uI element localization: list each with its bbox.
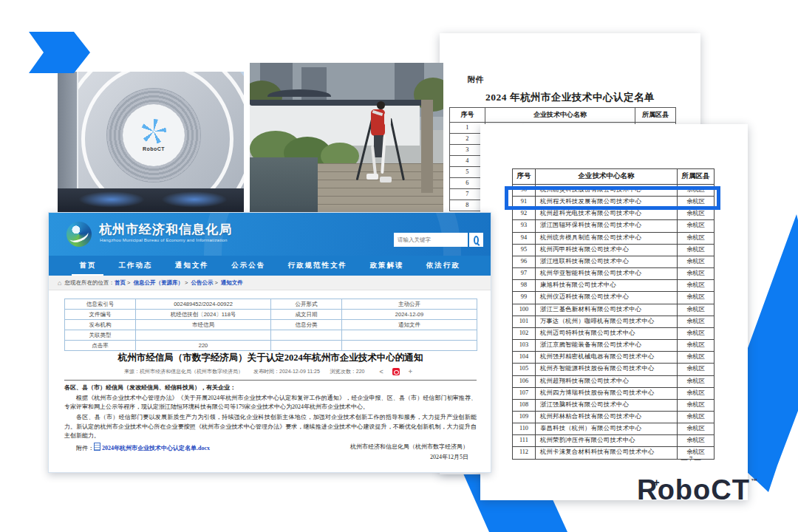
info-value [342, 341, 477, 351]
info-value: 主动公开 [342, 299, 477, 310]
center-name: 浙江京腾智能装备有限公司技术中心 [536, 340, 678, 351]
bureau-logo-icon [66, 222, 92, 247]
table-row: 105杭州齐智能源科技股份有限公司技术中心余杭区 [512, 363, 715, 375]
row-number: 106 [513, 376, 536, 387]
district: 余杭区 [678, 435, 715, 446]
info-value: 通知文件 [342, 320, 477, 330]
center-name: 杭州统奔模具制造有限公司技术中心 [536, 233, 678, 244]
center-name: 杭州卡涞复合材料科技有限公司技术中心 [536, 447, 678, 458]
info-value: 杭经信技创〔2024〕118号 [136, 310, 271, 320]
district: 余杭区 [678, 316, 715, 327]
nav-item-3[interactable]: 通知文件 [175, 261, 209, 270]
more-share-icon[interactable]: + [409, 368, 412, 375]
info-value: 220 [136, 341, 271, 351]
center-name: 杭州邦林粘合科技有限公司技术中心 [536, 412, 678, 423]
attachment-page-7: 序号企业技术中心名称所属区县90杭州惠灵科技股份有限公司技术中心余杭区91杭州程… [480, 124, 748, 500]
gov-website-screenshot: 杭州市经济和信息化局 Hangzhou Municipal Bureau of … [48, 212, 491, 473]
nav-item-6[interactable]: 政策解读 [369, 261, 403, 270]
column-header: 序号 [450, 108, 485, 122]
info-table-row: 发布机构市经信局信息分类通知文件 [65, 320, 477, 330]
nav-item-7[interactable]: 依法行政 [426, 261, 460, 270]
info-table-row: 文件编号杭经信技创〔2024〕118号成文日期2024-12-09 [65, 310, 477, 320]
signature-org: 杭州市经济和信息化局（杭州市数字经济局） [350, 442, 468, 452]
meta-source: 来源：杭州市经济和信息化局（杭州市数字经济局） [124, 369, 243, 374]
center-name: 杭州超科光电技术有限公司技术中心 [536, 208, 678, 219]
center-name: 浙江三基色新材料有限公司技术中心 [536, 304, 678, 316]
info-table-row: 点击率220 [65, 341, 477, 351]
search-button[interactable] [469, 233, 483, 247]
breadcrumb-link[interactable]: 公告公示 [191, 279, 213, 286]
table-row: 93浙江国辐环保科技有限公司技术中心余杭区 [512, 219, 715, 231]
site-title: 杭州市经济和信息化局 [99, 221, 232, 238]
center-name: 浙江强脑科技有限公司技术中心 [536, 400, 678, 411]
blue-wedge-decoration [745, 214, 798, 492]
center-name: 杭州齐智能源科技股份有限公司技术中心 [536, 364, 678, 375]
table-row: 94杭州统奔模具制造有限公司技术中心余杭区 [512, 232, 715, 244]
nav-item-5[interactable]: 行政规范性文件 [288, 261, 348, 270]
district: 余杭区 [678, 388, 715, 399]
column-header: 所属区县 [635, 108, 676, 122]
notice-paragraph: 各区、县（市）经信部门要以发展新质生产力为引领，持续强化企业科技创新主体地位，加… [64, 413, 477, 441]
table-row: 107杭州四方博瑞科技股份有限公司技术中心余杭区 [512, 387, 715, 399]
row-number: 112 [513, 447, 536, 458]
showroom-photo: RoboCT [58, 72, 244, 212]
row-number: 107 [513, 388, 536, 399]
highlight-box-row-91 [505, 186, 720, 210]
district: 余杭区 [678, 268, 715, 279]
info-label: 文件编号 [65, 310, 136, 320]
district: 余杭区 [678, 208, 715, 219]
row-number: 92 [513, 208, 536, 219]
blue-chevron-decoration [29, 32, 90, 73]
table-row: 104杭州强邦精密机械电器有限公司技术中心余杭区 [512, 351, 715, 363]
document-info-table: 信息索引号002489452/2024-00922公开形式主动公开文件编号杭经信… [64, 299, 477, 351]
info-label: 信息分类 [271, 320, 342, 330]
district: 余杭区 [678, 220, 715, 231]
row-number: 100 [513, 304, 536, 316]
info-label: 关联类型 [65, 330, 136, 341]
breadcrumb-separator: > [214, 279, 219, 286]
notice-paragraph: 根据《杭州市企业技术中心管理办法》《关于开展2024年杭州市企业技术中心认定和复… [64, 394, 477, 412]
table-row: 102杭州迈司特科技有限公司技术中心余杭区 [512, 327, 715, 339]
share-icon[interactable]: < [379, 368, 383, 375]
roboct-wall-wordmark: RoboCT [143, 146, 165, 151]
row-number: 110 [513, 423, 536, 434]
table-row: 109杭州邦林粘合科技有限公司技术中心余杭区 [512, 411, 715, 423]
row-number: 98 [513, 280, 536, 291]
info-label: 点击率 [65, 341, 136, 351]
nav-item-4[interactable]: 公示公告 [231, 261, 265, 270]
breadcrumb-link[interactable]: 通知文件 [221, 279, 243, 286]
info-value: 002489452/2024-00922 [136, 299, 271, 310]
search-input[interactable] [394, 233, 468, 247]
nav-item-1[interactable]: 首页 [79, 261, 96, 270]
info-value: 市经信局 [136, 320, 271, 330]
row-number: 111 [513, 435, 536, 446]
table-row: 106杭州超翔科技有限公司技术中心余杭区 [512, 375, 715, 387]
district: 余杭区 [678, 340, 715, 351]
breadcrumb-link[interactable]: 首页 [115, 279, 126, 286]
district: 余杭区 [678, 304, 715, 316]
info-label [271, 341, 342, 351]
exoskeleton-boot [366, 174, 378, 180]
breadcrumb: ⌂ 您现在所在的位置： 首页> 信息公开（资源库）> 公告公示> 通知文件 [49, 276, 491, 290]
doc-file-icon [94, 443, 100, 451]
breadcrumb-prefix: 您现在所在的位置： [64, 279, 115, 287]
district: 余杭区 [678, 376, 715, 387]
info-label: 发布机构 [65, 320, 136, 330]
nav-item-2[interactable]: 工作动态 [119, 261, 153, 270]
table-row: 101万事达（杭州）咖啡机有限公司技术中心余杭区 [512, 316, 715, 327]
row-number: 101 [513, 316, 536, 327]
exoskeleton-user [358, 101, 406, 196]
meta-time: 发布时间：2024-12-09 11:25 [253, 369, 320, 374]
breadcrumb-link[interactable]: 信息公开（资源库） [133, 279, 183, 286]
search-icon [474, 236, 479, 245]
signature-block: 杭州市经济和信息化局（杭州市数字经济局） 2024年12月5日 [350, 442, 468, 463]
row-number: 99 [513, 292, 536, 303]
weibo-icon[interactable] [392, 368, 400, 375]
main-nav: 首页工作动态通知文件公示公告行政规范性文件政策解读依法行政 [49, 256, 491, 276]
center-name: 杭州华亚智能科技有限公司技术中心 [536, 268, 678, 279]
table-row: 100浙江三基色新材料有限公司技术中心余杭区 [512, 304, 715, 316]
center-name: 杭州丙甲科技有限公司技术中心 [536, 245, 678, 256]
attachment-link[interactable]: 2024年杭州市企业技术中心认定名单.docx [102, 445, 210, 451]
brand-rest: oboCT [658, 474, 750, 505]
table-row: 95杭州丙甲科技有限公司技术中心余杭区 [512, 244, 715, 256]
